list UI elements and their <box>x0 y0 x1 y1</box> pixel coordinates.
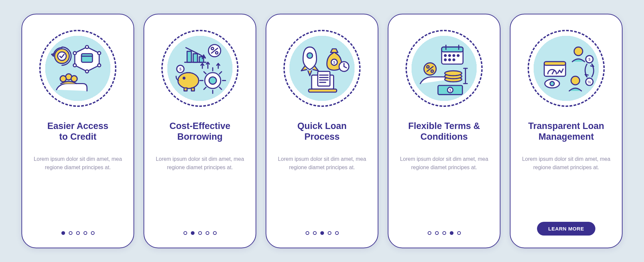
flexible-terms-icon: $ <box>406 30 483 107</box>
svg-point-6 <box>86 70 89 73</box>
svg-rect-48 <box>442 47 463 52</box>
dot-4[interactable] <box>84 231 87 235</box>
pagination-dots <box>61 231 95 235</box>
svg-text:$: $ <box>179 67 181 71</box>
card-description: Lorem ipsum dolor sit dim amet, mea regi… <box>520 155 612 172</box>
svg-point-75 <box>550 81 554 86</box>
dot-5[interactable] <box>91 231 95 235</box>
svg-point-54 <box>457 55 459 56</box>
dot-4[interactable] <box>328 231 331 235</box>
svg-point-30 <box>209 77 216 84</box>
card-title: Transparent Loan Management <box>528 120 604 142</box>
learn-more-button[interactable]: LEARN MORE <box>537 222 596 236</box>
card-title: Easier Access to Credit <box>47 120 108 142</box>
onboarding-card-4: $ Flexible Terms & Conditions Lorem ipsu… <box>388 14 500 248</box>
card-description: Lorem ipsum dolor sit dim amet, mea regi… <box>154 155 246 172</box>
onboarding-card-2: $ Cost-Effective Borrowing Lorem ipsum d… <box>144 14 256 248</box>
svg-point-22 <box>178 73 199 88</box>
dot-3[interactable] <box>442 231 446 235</box>
svg-point-23 <box>183 77 185 79</box>
dot-5[interactable] <box>335 231 339 235</box>
dot-5[interactable] <box>457 231 461 235</box>
access-credit-icon <box>39 30 116 107</box>
dot-1[interactable] <box>183 231 187 235</box>
svg-rect-25 <box>192 88 195 91</box>
svg-rect-1 <box>82 54 93 62</box>
pagination-dots <box>428 231 461 235</box>
dot-3[interactable] <box>320 231 324 235</box>
pagination-dots <box>306 231 339 235</box>
dot-4[interactable] <box>206 231 209 235</box>
svg-point-51 <box>444 55 446 56</box>
dot-2[interactable] <box>69 231 72 235</box>
card-description: Lorem ipsum dolor sit dim amet, mea regi… <box>32 155 124 172</box>
svg-rect-24 <box>184 88 187 91</box>
dot-3[interactable] <box>198 231 202 235</box>
svg-point-76 <box>574 47 583 55</box>
svg-point-55 <box>444 59 446 61</box>
dot-1[interactable] <box>61 231 65 235</box>
dot-5[interactable] <box>213 231 217 235</box>
svg-point-53 <box>453 55 454 56</box>
svg-rect-16 <box>193 54 198 62</box>
svg-point-56 <box>449 59 450 61</box>
svg-text:$: $ <box>588 57 590 61</box>
svg-point-34 <box>307 53 312 58</box>
svg-point-8 <box>73 52 76 55</box>
card-title: Cost-Effective Borrowing <box>169 120 230 142</box>
svg-point-12 <box>60 76 66 82</box>
card-title: Quick Loan Process <box>297 120 346 142</box>
dot-2[interactable] <box>313 231 317 235</box>
svg-point-13 <box>71 76 77 82</box>
quick-loan-icon: $ <box>283 30 361 107</box>
dot-2[interactable] <box>435 231 439 235</box>
svg-text:$: $ <box>333 60 335 64</box>
svg-point-52 <box>449 55 450 56</box>
svg-text:$: $ <box>449 88 451 92</box>
card-description: Lorem ipsum dolor sit dim amet, mea regi… <box>398 155 490 172</box>
onboarding-card-5: $ % Transparent Loan Management Lorem ip… <box>510 14 623 248</box>
transparent-loan-icon: $ % <box>528 30 605 107</box>
dot-4[interactable] <box>450 231 453 235</box>
cost-effective-icon: $ <box>161 30 238 107</box>
onboarding-card-3: $ Quick Loan Process Lorem ipsum dolor s… <box>266 14 378 248</box>
svg-point-57 <box>453 59 454 61</box>
pagination-dots <box>183 231 217 235</box>
dot-1[interactable] <box>428 231 431 235</box>
onboarding-card-1: Easier Access to Credit Lorem ipsum dolo… <box>21 14 134 248</box>
svg-text:%: % <box>588 80 591 84</box>
dot-2[interactable] <box>191 231 195 235</box>
svg-point-3 <box>86 46 89 49</box>
svg-rect-15 <box>187 51 192 62</box>
svg-point-7 <box>73 64 76 67</box>
card-description: Lorem ipsum dolor sit dim amet, mea regi… <box>276 155 368 172</box>
svg-rect-42 <box>318 71 330 86</box>
svg-point-77 <box>571 76 580 85</box>
dot-3[interactable] <box>76 231 80 235</box>
svg-point-4 <box>98 52 101 55</box>
svg-rect-41 <box>309 89 337 92</box>
svg-point-5 <box>98 64 101 67</box>
svg-point-64 <box>445 71 462 76</box>
card-title: Flexible Terms & Conditions <box>408 120 480 142</box>
svg-rect-72 <box>544 62 566 65</box>
dot-1[interactable] <box>306 231 309 235</box>
